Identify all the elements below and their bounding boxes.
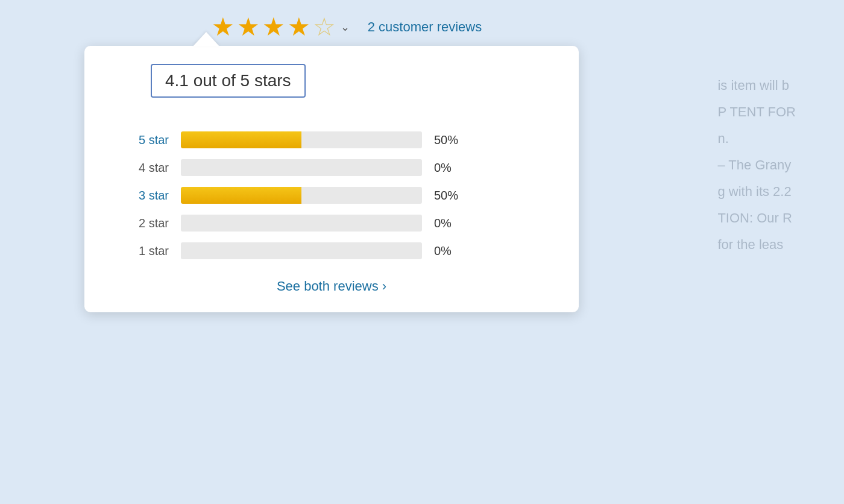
- customer-reviews-link[interactable]: 2 customer reviews: [368, 19, 482, 35]
- percent-1: 0%: [434, 244, 470, 258]
- see-reviews-container: See both reviews ›: [115, 279, 549, 294]
- bar-track-4: [181, 159, 422, 176]
- percent-3: 50%: [434, 189, 470, 203]
- star-3-icon: ★: [262, 14, 285, 40]
- star-row-5: 5 star 50%: [115, 131, 549, 148]
- bar-track-2: [181, 215, 422, 232]
- bar-fill-5: [181, 131, 301, 148]
- star-label-4: 4 star: [115, 161, 169, 175]
- star-4-icon: ★: [288, 14, 310, 40]
- percent-4: 0%: [434, 161, 470, 175]
- bar-fill-3: [181, 187, 301, 204]
- stars-bar: ★ ★ ★ ★ ☆ ⌄ 2 customer reviews: [84, 6, 609, 40]
- star-row-4: 4 star 0%: [115, 159, 549, 176]
- bar-track-5: [181, 131, 422, 148]
- bar-track-1: [181, 242, 422, 259]
- star-5-icon: ☆: [313, 14, 336, 40]
- popup-wrapper: ★ ★ ★ ★ ☆ ⌄ 2 customer reviews 4.1 out o…: [84, 6, 609, 312]
- star-label-5[interactable]: 5 star: [115, 133, 169, 147]
- star-label-1: 1 star: [115, 244, 169, 258]
- popup-card: 4.1 out of 5 stars 5 star 50% 4 star: [84, 46, 579, 312]
- percent-2: 0%: [434, 216, 470, 230]
- star-label-2: 2 star: [115, 216, 169, 230]
- bar-track-3: [181, 187, 422, 204]
- star-2-icon: ★: [237, 14, 260, 40]
- star-row-2: 2 star 0%: [115, 215, 549, 232]
- star-label-3[interactable]: 3 star: [115, 189, 169, 203]
- dropdown-arrow-icon[interactable]: ⌄: [341, 20, 350, 34]
- star-row-1: 1 star 0%: [115, 242, 549, 259]
- star-1-icon: ★: [212, 14, 235, 40]
- star-rows: 5 star 50% 4 star 0% 3 star: [115, 131, 549, 259]
- rating-title: 4.1 out of 5 stars: [151, 64, 306, 98]
- percent-5: 50%: [434, 133, 470, 147]
- star-row-3: 3 star 50%: [115, 187, 549, 204]
- see-reviews-link[interactable]: See both reviews ›: [277, 279, 386, 294]
- star-rating-display[interactable]: ★ ★ ★ ★ ☆ ⌄: [212, 14, 350, 40]
